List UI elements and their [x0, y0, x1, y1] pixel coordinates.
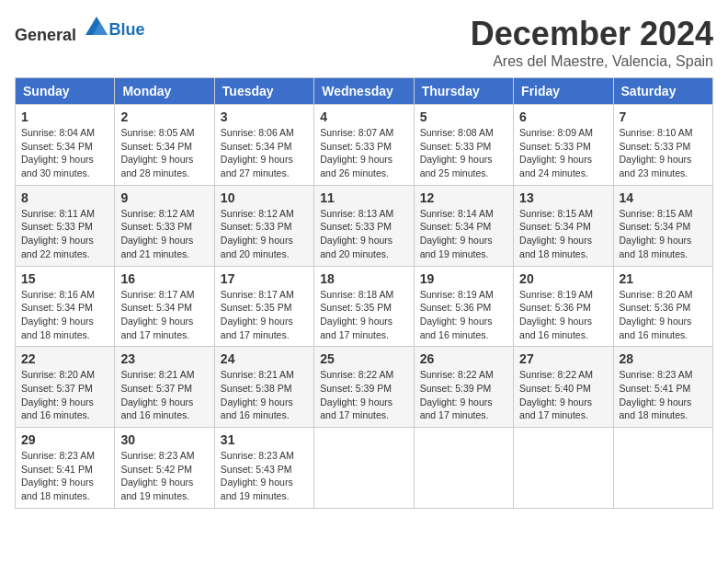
day-info: Sunrise: 8:21 AM Sunset: 5:38 PM Dayligh…: [221, 368, 308, 422]
calendar-week-row: 8Sunrise: 8:11 AM Sunset: 5:33 PM Daylig…: [16, 185, 713, 266]
logo-blue: Blue: [109, 20, 145, 40]
table-row: [514, 428, 613, 509]
calendar-header-row: Sunday Monday Tuesday Wednesday Thursday…: [16, 78, 713, 105]
day-info: Sunrise: 8:20 AM Sunset: 5:36 PM Dayligh…: [620, 288, 707, 342]
table-row: 18Sunrise: 8:18 AM Sunset: 5:35 PM Dayli…: [314, 266, 414, 347]
day-number: 19: [420, 271, 507, 286]
day-info: Sunrise: 8:12 AM Sunset: 5:33 PM Dayligh…: [221, 207, 308, 261]
day-info: Sunrise: 8:19 AM Sunset: 5:36 PM Dayligh…: [519, 288, 607, 342]
table-row: 20Sunrise: 8:19 AM Sunset: 5:36 PM Dayli…: [514, 266, 613, 347]
calendar-week-row: 15Sunrise: 8:16 AM Sunset: 5:34 PM Dayli…: [16, 266, 713, 347]
day-number: 23: [120, 351, 208, 366]
day-number: 15: [21, 271, 108, 286]
day-info: Sunrise: 8:11 AM Sunset: 5:33 PM Dayligh…: [21, 207, 108, 261]
table-row: 27Sunrise: 8:22 AM Sunset: 5:40 PM Dayli…: [514, 347, 613, 428]
day-info: Sunrise: 8:08 AM Sunset: 5:33 PM Dayligh…: [420, 126, 507, 180]
day-info: Sunrise: 8:09 AM Sunset: 5:33 PM Dayligh…: [519, 126, 607, 180]
day-info: Sunrise: 8:18 AM Sunset: 5:35 PM Dayligh…: [320, 288, 407, 342]
table-row: 29Sunrise: 8:23 AM Sunset: 5:41 PM Dayli…: [16, 428, 115, 509]
table-row: 28Sunrise: 8:23 AM Sunset: 5:41 PM Dayli…: [613, 347, 712, 428]
table-row: 17Sunrise: 8:17 AM Sunset: 5:35 PM Dayli…: [214, 266, 313, 347]
col-monday: Monday: [115, 78, 214, 105]
day-info: Sunrise: 8:07 AM Sunset: 5:33 PM Dayligh…: [320, 126, 407, 180]
logo-text: General: [15, 15, 109, 45]
table-row: 14Sunrise: 8:15 AM Sunset: 5:34 PM Dayli…: [613, 185, 712, 266]
title-area: December 2024 Ares del Maestre, Valencia…: [471, 15, 713, 70]
table-row: 1Sunrise: 8:04 AM Sunset: 5:34 PM Daylig…: [16, 105, 115, 186]
col-friday: Friday: [514, 78, 613, 105]
table-row: 30Sunrise: 8:23 AM Sunset: 5:42 PM Dayli…: [115, 428, 214, 509]
day-number: 17: [221, 271, 308, 286]
table-row: 9Sunrise: 8:12 AM Sunset: 5:33 PM Daylig…: [115, 185, 214, 266]
day-number: 1: [21, 109, 108, 124]
day-number: 26: [420, 351, 507, 366]
table-row: 19Sunrise: 8:19 AM Sunset: 5:36 PM Dayli…: [414, 266, 513, 347]
day-number: 21: [620, 271, 707, 286]
day-info: Sunrise: 8:17 AM Sunset: 5:34 PM Dayligh…: [120, 288, 208, 342]
day-number: 8: [21, 190, 108, 205]
day-info: Sunrise: 8:22 AM Sunset: 5:39 PM Dayligh…: [320, 368, 407, 422]
day-number: 22: [21, 351, 108, 366]
day-number: 20: [519, 271, 607, 286]
header: General Blue December 2024 Ares del Maes…: [15, 15, 713, 70]
day-info: Sunrise: 8:10 AM Sunset: 5:33 PM Dayligh…: [620, 126, 707, 180]
day-info: Sunrise: 8:19 AM Sunset: 5:36 PM Dayligh…: [420, 288, 507, 342]
day-info: Sunrise: 8:23 AM Sunset: 5:42 PM Dayligh…: [120, 449, 208, 503]
day-info: Sunrise: 8:20 AM Sunset: 5:37 PM Dayligh…: [21, 368, 108, 422]
logo: General Blue: [15, 15, 145, 45]
day-info: Sunrise: 8:14 AM Sunset: 5:34 PM Dayligh…: [420, 207, 507, 261]
day-info: Sunrise: 8:22 AM Sunset: 5:40 PM Dayligh…: [519, 368, 607, 422]
day-info: Sunrise: 8:17 AM Sunset: 5:35 PM Dayligh…: [221, 288, 308, 342]
table-row: 7Sunrise: 8:10 AM Sunset: 5:33 PM Daylig…: [613, 105, 712, 186]
day-number: 10: [221, 190, 308, 205]
day-number: 28: [620, 351, 707, 366]
calendar-week-row: 1Sunrise: 8:04 AM Sunset: 5:34 PM Daylig…: [16, 105, 713, 186]
table-row: 8Sunrise: 8:11 AM Sunset: 5:33 PM Daylig…: [16, 185, 115, 266]
table-row: [613, 428, 712, 509]
day-info: Sunrise: 8:04 AM Sunset: 5:34 PM Dayligh…: [21, 126, 108, 180]
month-year-title: December 2024: [471, 15, 713, 53]
table-row: 11Sunrise: 8:13 AM Sunset: 5:33 PM Dayli…: [314, 185, 414, 266]
day-info: Sunrise: 8:13 AM Sunset: 5:33 PM Dayligh…: [320, 207, 407, 261]
day-info: Sunrise: 8:16 AM Sunset: 5:34 PM Dayligh…: [21, 288, 108, 342]
day-number: 31: [221, 432, 308, 447]
table-row: 13Sunrise: 8:15 AM Sunset: 5:34 PM Dayli…: [514, 185, 613, 266]
day-info: Sunrise: 8:05 AM Sunset: 5:34 PM Dayligh…: [120, 126, 208, 180]
day-info: Sunrise: 8:23 AM Sunset: 5:41 PM Dayligh…: [620, 368, 707, 422]
table-row: 12Sunrise: 8:14 AM Sunset: 5:34 PM Dayli…: [414, 185, 513, 266]
day-number: 9: [120, 190, 208, 205]
day-number: 7: [620, 109, 707, 124]
day-info: Sunrise: 8:06 AM Sunset: 5:34 PM Dayligh…: [221, 126, 308, 180]
day-number: 18: [320, 271, 407, 286]
table-row: 10Sunrise: 8:12 AM Sunset: 5:33 PM Dayli…: [214, 185, 313, 266]
table-row: 24Sunrise: 8:21 AM Sunset: 5:38 PM Dayli…: [214, 347, 313, 428]
table-row: 25Sunrise: 8:22 AM Sunset: 5:39 PM Dayli…: [314, 347, 414, 428]
calendar-week-row: 22Sunrise: 8:20 AM Sunset: 5:37 PM Dayli…: [16, 347, 713, 428]
table-row: 16Sunrise: 8:17 AM Sunset: 5:34 PM Dayli…: [115, 266, 214, 347]
table-row: 2Sunrise: 8:05 AM Sunset: 5:34 PM Daylig…: [115, 105, 214, 186]
day-number: 27: [519, 351, 607, 366]
day-number: 11: [320, 190, 407, 205]
day-info: Sunrise: 8:23 AM Sunset: 5:41 PM Dayligh…: [21, 449, 108, 503]
table-row: 21Sunrise: 8:20 AM Sunset: 5:36 PM Dayli…: [613, 266, 712, 347]
table-row: 22Sunrise: 8:20 AM Sunset: 5:37 PM Dayli…: [16, 347, 115, 428]
table-row: 4Sunrise: 8:07 AM Sunset: 5:33 PM Daylig…: [314, 105, 414, 186]
table-row: 5Sunrise: 8:08 AM Sunset: 5:33 PM Daylig…: [414, 105, 513, 186]
day-number: 5: [420, 109, 507, 124]
location-subtitle: Ares del Maestre, Valencia, Spain: [471, 53, 713, 70]
day-info: Sunrise: 8:23 AM Sunset: 5:43 PM Dayligh…: [221, 449, 308, 503]
day-number: 24: [221, 351, 308, 366]
col-thursday: Thursday: [414, 78, 513, 105]
logo-general: General: [15, 26, 76, 44]
day-number: 6: [519, 109, 607, 124]
table-row: 6Sunrise: 8:09 AM Sunset: 5:33 PM Daylig…: [514, 105, 613, 186]
day-number: 2: [120, 109, 208, 124]
day-number: 4: [320, 109, 407, 124]
calendar-table: Sunday Monday Tuesday Wednesday Thursday…: [15, 77, 713, 509]
day-number: 14: [620, 190, 707, 205]
day-info: Sunrise: 8:12 AM Sunset: 5:33 PM Dayligh…: [120, 207, 208, 261]
col-sunday: Sunday: [16, 78, 115, 105]
table-row: [414, 428, 513, 509]
col-tuesday: Tuesday: [214, 78, 313, 105]
table-row: 3Sunrise: 8:06 AM Sunset: 5:34 PM Daylig…: [214, 105, 313, 186]
